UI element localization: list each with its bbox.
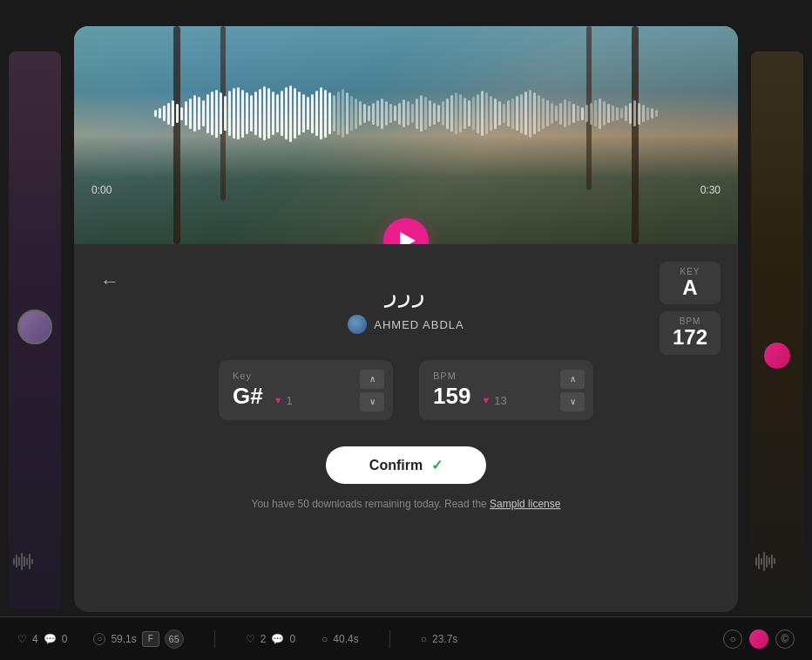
duration-2: 40.4s [333, 633, 358, 645]
preview-area: 0:00 0:30 [74, 26, 738, 244]
heart-icon-1[interactable]: ♡ [17, 633, 27, 645]
info-badges: Key A BPM 172 [660, 262, 721, 355]
bpm-control-arrows: ∧ ∨ [560, 370, 585, 412]
f-badge-1: F [142, 631, 159, 647]
license-link[interactable]: Sampld license [490, 498, 560, 510]
modal-body: ← Key A BPM 172 ررر AHMED ABDLA Ke [74, 244, 738, 612]
duration-3: 23.7s [432, 633, 457, 645]
key-control-content: Key G# ▼ 1 [233, 371, 293, 410]
bottom-item-1: ♡ 4 💬 0 [17, 633, 67, 645]
artist-row: AHMED ABDLA [348, 315, 464, 334]
song-title: ررر [385, 279, 427, 308]
bottom-right-actions: ○ © [723, 629, 795, 649]
key-control-label: Key [233, 371, 293, 381]
key-down-button[interactable]: ∨ [360, 392, 384, 412]
bpm-down-button[interactable]: ∨ [560, 392, 585, 412]
bottom-item-1-time: ○ 59.1s F 65 [93, 629, 183, 649]
license-text-before: You have 50 downloads remaining today. R… [252, 498, 487, 510]
divider-1 [214, 630, 215, 648]
num-badge-1: 65 [165, 629, 184, 649]
right-thumbnail [751, 51, 803, 609]
bottom-item-2-time: ○ 40.4s [321, 633, 359, 645]
bpm-badge-value: 172 [672, 326, 708, 349]
key-badge-value: A [672, 276, 708, 299]
artist-avatar [348, 315, 367, 334]
key-control: Key G# ▼ 1 ∧ ∨ [219, 360, 393, 420]
bpm-up-button[interactable]: ∧ [560, 370, 585, 389]
play-icon [400, 232, 416, 244]
comment-count-2: 0 [289, 633, 295, 645]
artist-name: AHMED ABDLA [374, 318, 464, 331]
clock-icon-1: ○ [93, 633, 105, 645]
bottom-item-3: ○ 23.7s [421, 633, 458, 645]
comment-count-1: 0 [62, 633, 68, 645]
time-end: 0:30 [700, 184, 721, 196]
waveform [74, 70, 738, 157]
bpm-control: BPM 159 ▼ 13 ∧ ∨ [419, 360, 593, 420]
confirm-check-icon: ✓ [431, 457, 443, 473]
comment-icon-1[interactable]: 💬 [44, 633, 57, 645]
bpm-down-arrow: ▼ [481, 395, 491, 405]
bpm-control-change: ▼ 13 [481, 394, 506, 407]
bpm-control-label: BPM [433, 371, 507, 381]
bpm-badge: BPM 172 [660, 311, 721, 354]
bottom-item-2: ♡ 2 💬 0 [246, 633, 295, 645]
confirm-label: Confirm [369, 458, 423, 473]
key-control-value: G# [233, 383, 263, 410]
divider-2 [389, 630, 390, 648]
key-control-change: ▼ 1 [274, 394, 293, 407]
heart-icon-2[interactable]: ♡ [246, 633, 255, 645]
bpm-change-amount: 13 [494, 394, 506, 407]
license-text: You have 50 downloads remaining today. R… [252, 498, 561, 510]
main-modal: 0:00 0:30 ← Key A BPM 172 ررر AHMED [74, 26, 738, 612]
time-start: 0:00 [91, 184, 112, 196]
key-up-button[interactable]: ∧ [360, 370, 384, 389]
bottom-bar: ♡ 4 💬 0 ○ 59.1s F 65 ♡ 2 💬 0 ○ 40.4s ○ 2… [0, 616, 812, 660]
bottom-pink-btn[interactable] [749, 629, 768, 649]
key-badge: Key A [660, 262, 721, 304]
back-button[interactable]: ← [100, 270, 119, 293]
like-count-1: 4 [32, 633, 38, 645]
bottom-circle-btn-1[interactable]: ○ [723, 629, 742, 649]
bpm-control-content: BPM 159 ▼ 13 [433, 371, 507, 410]
bottom-circle-btn-2[interactable]: © [775, 629, 795, 649]
key-change-amount: 1 [287, 394, 293, 407]
like-count-2: 2 [261, 633, 267, 645]
clock-icon-2: ○ [321, 633, 328, 645]
clock-icon-3: ○ [421, 633, 427, 645]
duration-1: 59.1s [111, 633, 136, 645]
confirm-button[interactable]: Confirm ✓ [326, 446, 486, 484]
left-thumbnail [9, 51, 61, 609]
key-down-arrow: ▼ [274, 395, 283, 405]
comment-icon-2[interactable]: 💬 [271, 633, 284, 645]
controls-row: Key G# ▼ 1 ∧ ∨ BPM [109, 360, 703, 420]
bpm-control-value: 159 [433, 383, 470, 410]
key-control-arrows: ∧ ∨ [360, 370, 384, 412]
